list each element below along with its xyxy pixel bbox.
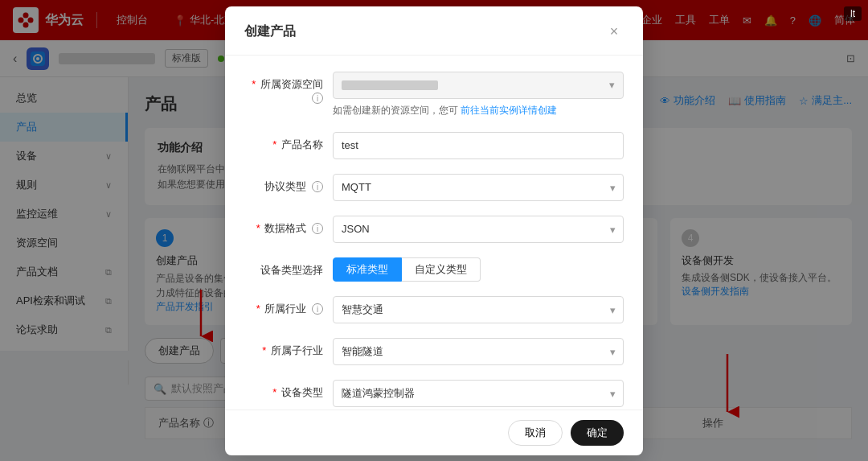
form-row-data-format: * 数据格式 i JSON <box>244 216 624 243</box>
device-category-select[interactable]: 隧道鸿蒙控制器 <box>333 380 624 407</box>
data-format-select[interactable]: JSON <box>333 216 624 243</box>
blurred-content <box>342 80 438 90</box>
protocol-select[interactable]: MQTT <box>333 174 624 201</box>
device-type-label: 设备类型选择 <box>244 257 333 278</box>
resource-space-create-link[interactable]: 前往当前实例详情创建 <box>461 105 557 116</box>
product-name-input[interactable] <box>333 132 624 159</box>
product-name-label: * 产品名称 <box>244 132 333 152</box>
modal-title: 创建产品 <box>244 23 296 40</box>
form-row-device-category: * 设备类型 隧道鸿蒙控制器 <box>244 380 624 407</box>
cancel-button[interactable]: 取消 <box>508 420 563 446</box>
form-row-product-name: * 产品名称 <box>244 132 624 159</box>
data-format-info-icon[interactable]: i <box>312 223 323 234</box>
form-row-device-type: 设备类型选择 标准类型 自定义类型 <box>244 257 624 282</box>
sub-industry-select[interactable]: 智能隧道 <box>333 338 624 365</box>
resource-space-hint: 如需创建新的资源空间，您可 前往当前实例详情创建 <box>333 103 624 117</box>
modal-header: 创建产品 × <box>225 6 643 56</box>
resource-space-label: * 所属资源空间 i <box>244 72 333 105</box>
data-format-label: * 数据格式 i <box>244 216 333 236</box>
corner-indicator: lt <box>844 6 862 21</box>
resource-space-select-wrapper[interactable]: ▾ <box>333 72 624 99</box>
device-type-standard-btn[interactable]: 标准类型 <box>333 257 402 282</box>
form-row-industry: * 所属行业 i 智慧交通 <box>244 296 624 323</box>
device-type-toggle: 标准类型 自定义类型 <box>333 257 624 282</box>
confirm-button[interactable]: 确定 <box>571 420 624 446</box>
device-type-custom-btn[interactable]: 自定义类型 <box>402 257 481 282</box>
dropdown-arrow: ▾ <box>609 79 615 91</box>
resource-space-info-icon[interactable]: i <box>312 93 323 104</box>
modal-body: * 所属资源空间 i ▾ 如需创建新的资源空间，您可 前往当前实例详情创建 <box>225 56 643 410</box>
form-row-sub-industry: * 所属子行业 智能隧道 <box>244 338 624 365</box>
industry-info-icon[interactable]: i <box>312 303 323 315</box>
form-row-protocol: 协议类型 i MQTT <box>244 174 624 201</box>
device-category-label: * 设备类型 <box>244 380 333 400</box>
modal-footer: 取消 确定 <box>225 410 643 455</box>
form-row-resource-space: * 所属资源空间 i ▾ 如需创建新的资源空间，您可 前往当前实例详情创建 <box>244 72 624 117</box>
modal-close-button[interactable]: × <box>604 23 624 42</box>
protocol-info-icon[interactable]: i <box>312 181 323 192</box>
create-product-modal: 创建产品 × * 所属资源空间 i ▾ 如需创建新的资源空间，您可 前往当前实例 <box>225 6 643 455</box>
protocol-label: 协议类型 i <box>244 174 333 194</box>
industry-label: * 所属行业 i <box>244 296 333 316</box>
sub-industry-label: * 所属子行业 <box>244 338 333 358</box>
industry-select[interactable]: 智慧交通 <box>333 296 624 323</box>
